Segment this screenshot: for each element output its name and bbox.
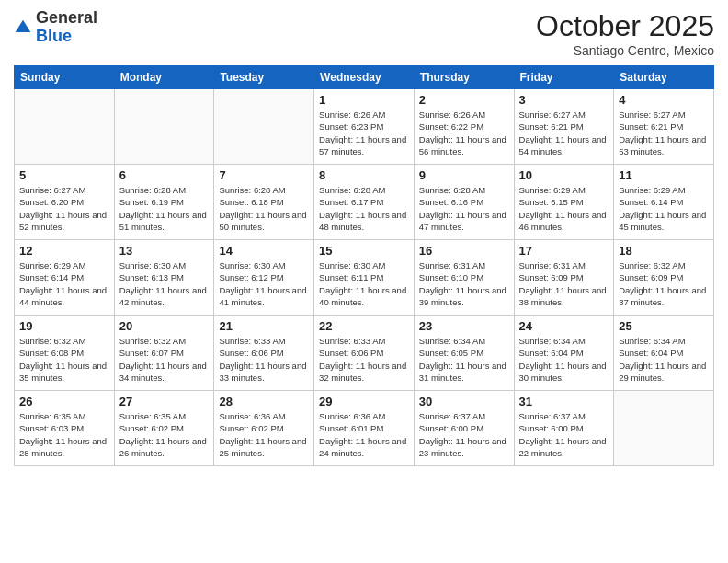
weekday-header: Tuesday xyxy=(214,66,314,89)
day-info: Sunrise: 6:28 AM Sunset: 6:18 PM Dayligh… xyxy=(219,184,309,233)
calendar-cell: 4Sunrise: 6:27 AM Sunset: 6:21 PM Daylig… xyxy=(614,89,714,165)
weekday-header: Saturday xyxy=(614,66,714,89)
day-number: 20 xyxy=(119,319,210,333)
calendar-week-row: 5Sunrise: 6:27 AM Sunset: 6:20 PM Daylig… xyxy=(15,165,714,240)
calendar-cell: 10Sunrise: 6:29 AM Sunset: 6:15 PM Dayli… xyxy=(514,165,614,240)
day-info: Sunrise: 6:30 AM Sunset: 6:11 PM Dayligh… xyxy=(319,259,409,308)
calendar-cell: 23Sunrise: 6:34 AM Sunset: 6:05 PM Dayli… xyxy=(414,316,514,391)
calendar-cell: 28Sunrise: 6:36 AM Sunset: 6:02 PM Dayli… xyxy=(214,391,314,466)
calendar-cell: 2Sunrise: 6:26 AM Sunset: 6:22 PM Daylig… xyxy=(414,89,514,165)
day-number: 29 xyxy=(319,395,409,408)
calendar-cell: 14Sunrise: 6:30 AM Sunset: 6:12 PM Dayli… xyxy=(214,240,314,316)
day-info: Sunrise: 6:28 AM Sunset: 6:19 PM Dayligh… xyxy=(119,184,210,233)
day-number: 30 xyxy=(419,395,509,408)
day-info: Sunrise: 6:27 AM Sunset: 6:21 PM Dayligh… xyxy=(519,109,609,157)
day-number: 23 xyxy=(419,319,509,333)
weekday-header: Thursday xyxy=(414,66,514,89)
day-number: 7 xyxy=(219,168,309,182)
day-number: 16 xyxy=(419,244,509,258)
calendar-cell: 6Sunrise: 6:28 AM Sunset: 6:19 PM Daylig… xyxy=(114,165,214,240)
title-block: October 2025 Santiago Centro, Mexico xyxy=(536,9,714,58)
calendar-cell: 30Sunrise: 6:37 AM Sunset: 6:00 PM Dayli… xyxy=(414,391,514,466)
day-info: Sunrise: 6:32 AM Sunset: 6:07 PM Dayligh… xyxy=(119,335,210,384)
day-number: 26 xyxy=(19,395,109,408)
day-info: Sunrise: 6:32 AM Sunset: 6:08 PM Dayligh… xyxy=(19,335,109,384)
weekday-header: Sunday xyxy=(15,66,115,89)
calendar-cell xyxy=(614,391,714,466)
calendar-cell xyxy=(114,89,214,165)
logo-blue: Blue xyxy=(36,27,72,45)
header: General Blue October 2025 Santiago Centr… xyxy=(14,9,714,58)
day-number: 28 xyxy=(219,395,309,408)
day-number: 18 xyxy=(619,244,709,258)
day-number: 14 xyxy=(219,244,309,258)
day-info: Sunrise: 6:35 AM Sunset: 6:02 PM Dayligh… xyxy=(119,410,210,459)
calendar-cell: 1Sunrise: 6:26 AM Sunset: 6:23 PM Daylig… xyxy=(314,89,415,165)
weekday-header-row: SundayMondayTuesdayWednesdayThursdayFrid… xyxy=(15,66,714,89)
calendar-cell: 18Sunrise: 6:32 AM Sunset: 6:09 PM Dayli… xyxy=(614,240,714,316)
calendar-week-row: 1Sunrise: 6:26 AM Sunset: 6:23 PM Daylig… xyxy=(15,89,714,165)
day-info: Sunrise: 6:34 AM Sunset: 6:04 PM Dayligh… xyxy=(519,335,609,384)
day-number: 2 xyxy=(419,93,509,107)
day-number: 6 xyxy=(119,168,210,182)
day-info: Sunrise: 6:33 AM Sunset: 6:06 PM Dayligh… xyxy=(219,335,309,384)
day-info: Sunrise: 6:27 AM Sunset: 6:20 PM Dayligh… xyxy=(19,184,109,233)
day-info: Sunrise: 6:26 AM Sunset: 6:23 PM Dayligh… xyxy=(319,109,409,157)
day-number: 19 xyxy=(19,319,109,333)
calendar-cell: 9Sunrise: 6:28 AM Sunset: 6:16 PM Daylig… xyxy=(414,165,514,240)
day-number: 24 xyxy=(519,319,609,333)
calendar-cell: 21Sunrise: 6:33 AM Sunset: 6:06 PM Dayli… xyxy=(214,316,314,391)
day-info: Sunrise: 6:29 AM Sunset: 6:15 PM Dayligh… xyxy=(519,184,609,233)
month-title: October 2025 xyxy=(536,9,714,43)
day-number: 21 xyxy=(219,319,309,333)
day-info: Sunrise: 6:37 AM Sunset: 6:00 PM Dayligh… xyxy=(519,410,609,459)
day-info: Sunrise: 6:28 AM Sunset: 6:17 PM Dayligh… xyxy=(319,184,409,233)
day-info: Sunrise: 6:27 AM Sunset: 6:21 PM Dayligh… xyxy=(619,109,709,157)
calendar-cell: 17Sunrise: 6:31 AM Sunset: 6:09 PM Dayli… xyxy=(514,240,614,316)
day-number: 5 xyxy=(19,168,109,182)
day-info: Sunrise: 6:29 AM Sunset: 6:14 PM Dayligh… xyxy=(619,184,709,233)
day-info: Sunrise: 6:31 AM Sunset: 6:10 PM Dayligh… xyxy=(419,259,509,308)
calendar: SundayMondayTuesdayWednesdayThursdayFrid… xyxy=(14,65,714,466)
logo-icon xyxy=(14,18,32,37)
day-number: 12 xyxy=(19,244,109,258)
day-info: Sunrise: 6:30 AM Sunset: 6:13 PM Dayligh… xyxy=(119,259,210,308)
calendar-cell: 31Sunrise: 6:37 AM Sunset: 6:00 PM Dayli… xyxy=(514,391,614,466)
day-number: 8 xyxy=(319,168,409,182)
calendar-cell: 27Sunrise: 6:35 AM Sunset: 6:02 PM Dayli… xyxy=(114,391,214,466)
weekday-header: Friday xyxy=(514,66,614,89)
day-number: 3 xyxy=(519,93,609,107)
day-number: 1 xyxy=(319,93,409,107)
day-info: Sunrise: 6:34 AM Sunset: 6:05 PM Dayligh… xyxy=(419,335,509,384)
calendar-cell xyxy=(15,89,115,165)
calendar-cell: 24Sunrise: 6:34 AM Sunset: 6:04 PM Dayli… xyxy=(514,316,614,391)
day-info: Sunrise: 6:36 AM Sunset: 6:01 PM Dayligh… xyxy=(319,410,409,459)
calendar-cell: 15Sunrise: 6:30 AM Sunset: 6:11 PM Dayli… xyxy=(314,240,415,316)
calendar-cell: 3Sunrise: 6:27 AM Sunset: 6:21 PM Daylig… xyxy=(514,89,614,165)
weekday-header: Monday xyxy=(114,66,214,89)
calendar-cell: 16Sunrise: 6:31 AM Sunset: 6:10 PM Dayli… xyxy=(414,240,514,316)
calendar-cell: 20Sunrise: 6:32 AM Sunset: 6:07 PM Dayli… xyxy=(114,316,214,391)
calendar-cell xyxy=(214,89,314,165)
logo: General Blue xyxy=(14,9,97,46)
day-number: 31 xyxy=(519,395,609,408)
svg-marker-0 xyxy=(16,19,31,31)
day-number: 27 xyxy=(119,395,210,408)
logo-text: General Blue xyxy=(36,9,97,46)
calendar-cell: 8Sunrise: 6:28 AM Sunset: 6:17 PM Daylig… xyxy=(314,165,415,240)
day-number: 10 xyxy=(519,168,609,182)
day-number: 25 xyxy=(619,319,709,333)
day-info: Sunrise: 6:26 AM Sunset: 6:22 PM Dayligh… xyxy=(419,109,509,157)
calendar-cell: 29Sunrise: 6:36 AM Sunset: 6:01 PM Dayli… xyxy=(314,391,415,466)
day-info: Sunrise: 6:32 AM Sunset: 6:09 PM Dayligh… xyxy=(619,259,709,308)
calendar-week-row: 19Sunrise: 6:32 AM Sunset: 6:08 PM Dayli… xyxy=(15,316,714,391)
day-number: 15 xyxy=(319,244,409,258)
day-info: Sunrise: 6:28 AM Sunset: 6:16 PM Dayligh… xyxy=(419,184,509,233)
day-number: 22 xyxy=(319,319,409,333)
day-info: Sunrise: 6:30 AM Sunset: 6:12 PM Dayligh… xyxy=(219,259,309,308)
calendar-cell: 19Sunrise: 6:32 AM Sunset: 6:08 PM Dayli… xyxy=(15,316,115,391)
calendar-week-row: 26Sunrise: 6:35 AM Sunset: 6:03 PM Dayli… xyxy=(15,391,714,466)
calendar-cell: 26Sunrise: 6:35 AM Sunset: 6:03 PM Dayli… xyxy=(15,391,115,466)
day-info: Sunrise: 6:36 AM Sunset: 6:02 PM Dayligh… xyxy=(219,410,309,459)
weekday-header: Wednesday xyxy=(314,66,415,89)
